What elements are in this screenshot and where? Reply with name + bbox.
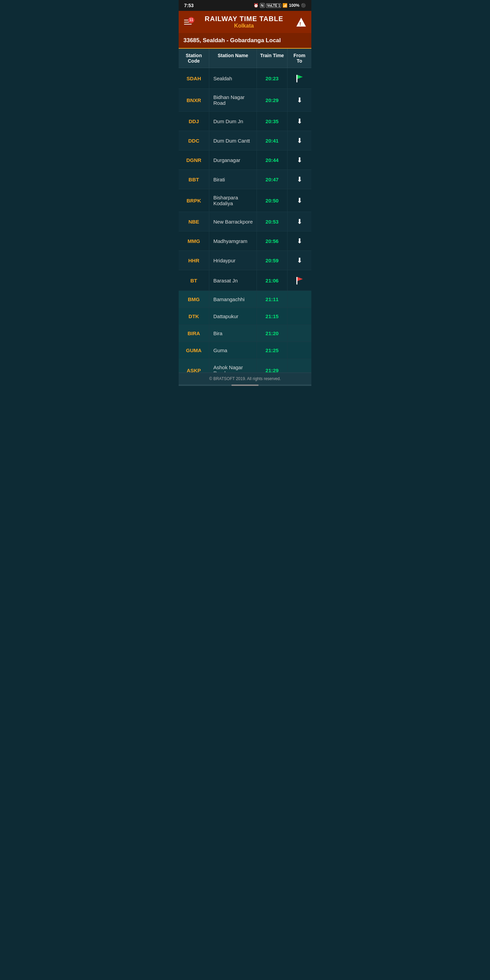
station-name-cell: Barasat Jn: [209, 270, 257, 291]
table-row[interactable]: SDAHSealdah20:23: [179, 68, 311, 89]
svg-marker-3: [298, 277, 303, 281]
down-arrow-icon: ⬇: [297, 156, 302, 164]
from-to-cell: ⬇: [288, 231, 311, 250]
train-time-cell: 20:29: [257, 89, 288, 111]
table-row[interactable]: BIRABira21:20: [179, 325, 311, 342]
scroll-thumb[interactable]: [231, 385, 259, 386]
train-time-cell: 20:59: [257, 251, 288, 270]
col-header-name: Station Name: [209, 49, 257, 68]
table-row[interactable]: GUMAGuma21:25: [179, 342, 311, 359]
svg-marker-1: [298, 75, 303, 79]
city-name: Kolkata: [205, 23, 283, 29]
station-name-cell: Ashok Nagar Road: [209, 359, 257, 372]
header-title: RAILWAY TIME TABLE Kolkata: [205, 15, 283, 29]
from-to-cell: [288, 270, 311, 291]
table-row[interactable]: DGNRDurganagar20:44⬇: [179, 150, 311, 170]
station-code-cell: DGNR: [179, 150, 209, 169]
col-header-time: Train Time: [257, 49, 288, 68]
table-row[interactable]: ASKPAshok Nagar Road21:29: [179, 359, 311, 372]
menu-button[interactable]: 11: [184, 20, 192, 24]
station-code-cell: BIRA: [179, 325, 209, 342]
station-code-cell: BBT: [179, 170, 209, 189]
station-code-cell: ASKP: [179, 359, 209, 372]
station-code-cell: BRPK: [179, 189, 209, 212]
station-name-cell: Guma: [209, 342, 257, 359]
from-to-cell: ⬇: [288, 212, 311, 231]
station-code-cell: HHR: [179, 251, 209, 270]
table-row[interactable]: HHRHridaypur20:59⬇: [179, 251, 311, 270]
station-name-cell: Hridaypur: [209, 251, 257, 270]
footer-text: © BRATSOFT 2019. All rights reserved.: [209, 376, 281, 381]
from-to-cell: [288, 68, 311, 89]
alert-button[interactable]: [296, 18, 306, 27]
train-time-cell: 21:15: [257, 308, 288, 325]
table-row[interactable]: BTBarasat Jn21:06: [179, 270, 311, 291]
station-name-cell: Birati: [209, 170, 257, 189]
station-code-cell: NBE: [179, 212, 209, 231]
station-code-cell: GUMA: [179, 342, 209, 359]
station-code-cell: BT: [179, 270, 209, 291]
table-row[interactable]: BNXRBidhan Nagar Road20:29⬇: [179, 89, 311, 111]
from-to-cell: [288, 308, 311, 325]
station-code-cell: DDJ: [179, 111, 209, 130]
train-time-cell: 20:41: [257, 131, 288, 150]
train-info: 33685, Sealdah - Gobardanga Local: [183, 37, 281, 43]
station-name-cell: Sealdah: [209, 68, 257, 89]
from-to-cell: ⬇: [288, 189, 311, 212]
train-time-cell: 21:20: [257, 325, 288, 342]
train-banner: 33685, Sealdah - Gobardanga Local: [179, 33, 311, 49]
table-row[interactable]: DTKDattapukur21:15: [179, 308, 311, 325]
col-header-code: Station Code: [179, 49, 209, 68]
station-name-cell: Madhyamgram: [209, 231, 257, 250]
station-name-cell: Bisharpara Kodaliya: [209, 189, 257, 212]
battery-icon: ⚫: [301, 3, 306, 8]
from-to-cell: [288, 291, 311, 308]
station-name-cell: Bira: [209, 325, 257, 342]
status-time: 7:53: [184, 3, 194, 8]
train-time-cell: 20:50: [257, 189, 288, 212]
down-arrow-icon: ⬇: [297, 175, 302, 183]
train-time-cell: 20:47: [257, 170, 288, 189]
signal-icon: 📶: [282, 3, 288, 8]
table-row[interactable]: DDCDum Dum Cantt20:41⬇: [179, 131, 311, 150]
table-row[interactable]: DDJDum Dum Jn20:35⬇: [179, 111, 311, 131]
table-row[interactable]: BMGBamangachhi21:11: [179, 291, 311, 308]
train-time-cell: 20:35: [257, 111, 288, 130]
down-arrow-icon: ⬇: [297, 256, 302, 264]
down-arrow-icon: ⬇: [297, 218, 302, 226]
from-to-cell: ⬇: [288, 170, 311, 189]
scroll-bar: [179, 385, 311, 386]
station-code-cell: DDC: [179, 131, 209, 150]
station-code-cell: DTK: [179, 308, 209, 325]
train-time-cell: 21:25: [257, 342, 288, 359]
station-name-cell: Dum Dum Jn: [209, 111, 257, 130]
from-to-cell: [288, 342, 311, 359]
station-code-cell: MMG: [179, 231, 209, 250]
train-time-cell: 20:23: [257, 68, 288, 89]
notification-badge: 11: [188, 17, 194, 23]
station-name-cell: Dattapukur: [209, 308, 257, 325]
alert-icon: [296, 18, 306, 27]
train-time-cell: 21:11: [257, 291, 288, 308]
station-name-cell: Durganagar: [209, 150, 257, 169]
down-arrow-icon: ⬇: [297, 237, 302, 245]
table-row[interactable]: NBENew Barrackpore20:53⬇: [179, 212, 311, 231]
table-header: Station Code Station Name Train Time Fro…: [179, 49, 311, 68]
from-to-cell: [288, 325, 311, 342]
train-time-cell: 20:53: [257, 212, 288, 231]
status-bar: 7:53 ⏰ N VoLTE 1 📶 100% ⚫: [179, 0, 311, 11]
nfc-icon: N: [260, 3, 265, 8]
table-row[interactable]: MMGMadhyamgram20:56⬇: [179, 231, 311, 251]
svg-rect-2: [296, 277, 298, 285]
table-row[interactable]: BBTBirati20:47⬇: [179, 170, 311, 189]
train-time-cell: 21:06: [257, 270, 288, 291]
volte-icon: VoLTE 1: [266, 3, 282, 8]
from-to-cell: ⬇: [288, 251, 311, 270]
table-row[interactable]: BRPKBisharpara Kodaliya20:50⬇: [179, 189, 311, 212]
train-time-cell: 20:56: [257, 231, 288, 250]
from-to-cell: ⬇: [288, 111, 311, 130]
station-name-cell: Bamangachhi: [209, 291, 257, 308]
down-arrow-icon: ⬇: [297, 137, 302, 145]
station-code-cell: BMG: [179, 291, 209, 308]
alarm-icon: ⏰: [253, 3, 259, 8]
